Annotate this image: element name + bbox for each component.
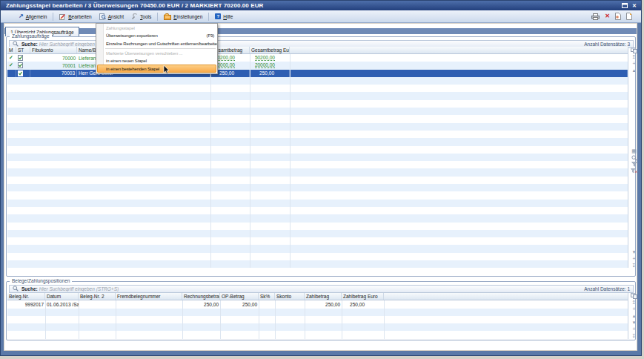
cell-filler — [290, 62, 628, 69]
column-header-sk[interactable]: Sk% — [259, 293, 275, 300]
menu-item-label: in einen bestehenden Stapel — [106, 67, 159, 71]
column-header-fremdbelegnummer[interactable]: Fremdbelegnummer — [116, 293, 182, 300]
menu-item-allgemein[interactable]: ↗ Allgemein — [16, 12, 50, 21]
column-chooser-icon[interactable] — [631, 47, 637, 53]
mouse-cursor — [163, 65, 170, 75]
marked-check-icon[interactable]: ✓ — [7, 54, 16, 62]
column-header-gesamtbetrag-euro[interactable]: Gesamtbetrag Euro — [250, 47, 290, 53]
status-document-icon — [16, 62, 30, 69]
column-header-beleg-nr[interactable]: Beleg-Nr. — [7, 293, 45, 300]
nav-prev-icon[interactable]: ▴ — [633, 313, 636, 320]
column-header-op-betrag[interactable]: OP-Betrag — [220, 293, 259, 300]
column-header-skonto[interactable]: Skonto — [275, 293, 305, 300]
menu-item-ueberweisungen-exportieren[interactable]: Überweisungen exportieren (F9) — [96, 32, 217, 39]
payments-nav-strip: ↥ + ▴ ▦ ▾ + ↧ — [629, 47, 639, 269]
nav-first-icon[interactable]: ↥ — [632, 53, 637, 60]
positions-table-header: Beleg-Nr. Datum Beleg-Nr. 2 Fremdbelegnu… — [7, 293, 628, 300]
payments-record-count: Anzahl Datensätze: 3 — [584, 42, 630, 47]
title-bar: Zahlungsstapel bearbeiten / 3 Überweisun… — [1, 1, 641, 10]
cell-zahlbetrag: 250,00 — [305, 300, 342, 308]
menu-item-markierte-verschieben: Markierte Überweisungen verschieben ... — [96, 50, 217, 57]
exit-document-icon[interactable] — [626, 10, 632, 23]
menu-separator — [157, 13, 158, 21]
print-icon[interactable] — [591, 10, 600, 23]
filter-icon[interactable] — [631, 161, 637, 168]
menu-item-label: Markierte Überweisungen verschieben ... — [106, 51, 182, 56]
positions-search-input[interactable]: Hier Suchbegriff eingeben (STRG+S) — [39, 286, 119, 292]
menu-item-neuer-stapel[interactable]: in einen neuen Stapel — [96, 57, 217, 65]
cancel-document-icon[interactable] — [615, 10, 621, 23]
column-header-datum[interactable]: Datum — [45, 293, 79, 300]
cell-skonto — [275, 300, 305, 308]
filter-clear-icon[interactable] — [631, 168, 637, 174]
app-window: Zahlungsstapel bearbeiten / 3 Überweisun… — [0, 0, 642, 356]
gridline — [79, 300, 79, 339]
column-header-m[interactable]: M — [7, 47, 16, 53]
menu-item-einstellungen[interactable]: Einstellungen — [161, 12, 205, 22]
marked-check-icon[interactable]: ✓ — [7, 62, 16, 69]
view-magnifier-icon — [99, 13, 106, 20]
nav-add-icon[interactable]: + — [632, 60, 635, 67]
menu-item-label: Zahlungsstapel — [106, 26, 135, 30]
menu-item-bearbeiten[interactable]: Bearbeiten — [56, 12, 94, 22]
cell-filler — [290, 54, 628, 62]
menu-item-shortcut: (F9) — [204, 33, 214, 38]
cell-fibukonto: 70000 — [30, 54, 77, 62]
column-header-rechnungsbetrag[interactable]: Rechnungsbetrag — [182, 293, 220, 300]
column-header-filler — [290, 47, 628, 53]
nav-add-icon[interactable]: + — [632, 326, 635, 332]
empty-row — [7, 77, 628, 85]
column-header-zahlbetrag[interactable]: Zahlbetrag — [305, 293, 342, 300]
nav-last-icon[interactable]: ↧ — [632, 262, 637, 269]
cell-op-betrag: 250,00 — [220, 300, 259, 308]
payments-empty-rows — [7, 77, 628, 269]
edit-icon — [59, 13, 66, 20]
table-row[interactable]: 9992017 01.06.2013 /Sa 250,00 250,00 250… — [7, 300, 628, 308]
help-icon: ? — [215, 13, 221, 19]
nav-next-icon[interactable]: ▾ — [633, 319, 636, 326]
menu-item-hilfe[interactable]: ? Hilfe — [212, 12, 236, 21]
gridline — [275, 300, 276, 339]
empty-row — [7, 323, 628, 331]
menu-item-label: in einen neuen Stapel — [106, 59, 147, 63]
close-icon[interactable]: ✕ — [631, 2, 638, 9]
column-header-fibukonto[interactable]: Fibukonto — [30, 47, 77, 53]
menu-item-bestehender-stapel[interactable]: in einen bestehenden Stapel — [97, 65, 216, 72]
column-chooser-icon[interactable] — [631, 293, 637, 300]
gridline — [305, 300, 305, 339]
nav-first-icon[interactable]: ↥ — [632, 300, 637, 306]
grid-view-icon[interactable]: ▦ — [631, 148, 637, 154]
window-title: Zahlungsstapel bearbeiten / 3 Überweisun… — [6, 2, 619, 9]
tools-dropdown-menu: Zahlungsstapel Überweisungen exportieren… — [96, 23, 218, 74]
menu-item-tools[interactable]: Tools — [128, 12, 154, 22]
nav-last-icon[interactable]: ↧ — [632, 332, 637, 339]
empty-row — [7, 138, 628, 145]
table-right-border — [628, 47, 628, 268]
empty-row — [7, 223, 628, 230]
empty-row — [7, 131, 628, 138]
column-header-st[interactable]: ST — [16, 47, 30, 53]
empty-row — [7, 177, 628, 184]
delete-icon[interactable]: ✕ — [605, 13, 610, 19]
nav-prev-icon[interactable]: ▴ — [633, 67, 636, 73]
column-header-filler — [384, 293, 628, 300]
cell-gesamtbetrag-euro: 50200,00 — [255, 55, 275, 61]
nav-add-icon[interactable]: + — [632, 255, 635, 262]
gridline — [116, 300, 116, 339]
menu-item-einzelne-rechnungen[interactable]: Einzelne Rechnungen und Gutschriften ent… — [96, 40, 217, 47]
menu-item-ansicht[interactable]: Ansicht — [96, 12, 127, 22]
cell-filler — [290, 70, 628, 77]
magnifier-icon[interactable] — [631, 154, 637, 161]
nav-next-icon[interactable]: ▾ — [633, 248, 636, 255]
maximize-icon[interactable] — [621, 2, 628, 9]
menu-bar: ↗ Allgemein Bearbeiten Ansicht Tools Ein… — [1, 10, 641, 23]
cell-zahlbetrag-euro: 250,00 — [342, 300, 384, 308]
gridline — [290, 54, 291, 268]
column-header-zahlbetrag-euro[interactable]: Zahlbetrag Euro — [342, 293, 384, 300]
column-header-beleg-nr-2[interactable]: Beleg-Nr. 2 — [79, 293, 116, 300]
gridline — [259, 300, 259, 339]
nav-add-icon[interactable]: + — [632, 306, 635, 313]
empty-row — [7, 200, 628, 207]
marked-check-icon[interactable] — [7, 70, 16, 77]
positions-nav-strip: ↥ + ▴ ▾ + ↧ — [629, 293, 639, 339]
